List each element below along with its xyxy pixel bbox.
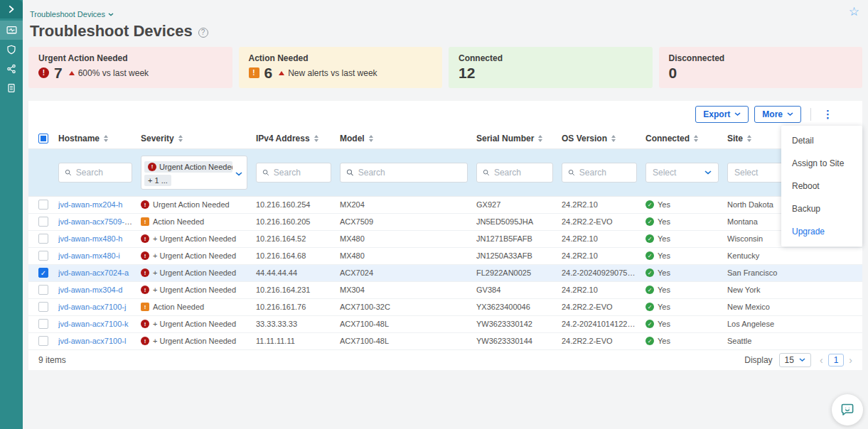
connected-check-icon: ✓ [645,286,654,294]
table-row[interactable]: jvd-awan-acx7100-j!Action Needed10.216.1… [28,299,862,316]
column-header-os-version[interactable]: OS Version [562,134,645,143]
next-page-button[interactable]: › [849,355,852,365]
status-card-value-row: 0 [669,65,853,80]
search-input[interactable] [579,168,631,178]
search-input[interactable] [274,168,325,178]
table-row[interactable]: jvd-awan-mx480-h!+ Urgent Action Needed1… [28,231,862,248]
sidebar-expand-button[interactable] [0,0,23,18]
kebab-menu-icon[interactable]: ⋮ [820,108,835,121]
table-row[interactable]: jvd-awan-mx204-h!Urgent Action Needed10.… [28,197,862,214]
row-checkbox[interactable] [38,251,48,261]
model-cell: ACX7509 [340,217,476,226]
sort-icon [694,135,698,142]
table-row[interactable]: jvd-awan-acx7100-k!+ Urgent Action Neede… [28,316,862,333]
search-input[interactable] [358,168,461,178]
menu-item-reboot[interactable]: Reboot [781,175,862,197]
row-checkbox[interactable] [38,336,48,346]
sort-up-arrow [369,135,373,138]
table-row[interactable]: jvd-awan-mx480-i!+ Urgent Action Needed1… [28,248,862,265]
menu-item-upgrade[interactable]: Upgrade [781,220,862,243]
connected-check-icon: ✓ [645,234,654,243]
menu-item-assign-to-site[interactable]: Assign to Site [781,152,862,175]
sort-down-arrow [314,139,318,142]
sort-up-arrow [314,135,318,138]
chat-feedback-button[interactable] [832,394,863,425]
status-card-connected[interactable]: Connected12 [449,47,653,88]
hostname-link[interactable]: jvd-awan-acx7509-d-re0 [58,217,141,226]
severity-cell: !+ Urgent Action Needed [141,268,256,277]
model-cell: ACX7100-32C [340,303,476,311]
table-row[interactable]: jvd-awan-acx7509-d-re0!Action Needed10.2… [28,214,862,231]
menu-item-backup[interactable]: Backup [781,197,862,220]
column-header-connected[interactable]: Connected [645,134,727,143]
row-checkbox[interactable] [38,200,48,210]
os-cell: 24.2R2.2-EVO [562,337,645,345]
status-cards: Urgent Action Needed!7600% vs last weekA… [28,47,862,88]
column-header-ipv4-address[interactable]: IPv4 Address [256,134,340,143]
status-card-action[interactable]: Action Needed!6New alerts vs last week [239,47,443,88]
search-filter [476,163,553,183]
select-filter[interactable]: Select [645,163,719,183]
column-header-severity[interactable]: Severity [141,134,256,143]
site-cell: New York [727,286,862,294]
more-button[interactable]: More [754,106,801,123]
chevron-down-icon [799,358,805,362]
severity-label: + Urgent Action Needed [153,268,236,277]
column-header-model[interactable]: Model [340,134,476,143]
sort-up-arrow [694,135,698,138]
row-checkbox[interactable] [38,319,48,329]
page-size-select[interactable]: 15 [779,353,811,367]
row-checkbox[interactable] [38,234,48,244]
column-header-hostname[interactable]: Hostname [58,134,141,143]
hostname-link[interactable]: jvd-awan-mx204-h [58,200,122,209]
hostname-link[interactable]: jvd-awan-acx7024-a [58,268,129,277]
search-input[interactable] [494,168,547,178]
hostname-link[interactable]: jvd-awan-acx7100-j [58,303,126,311]
prev-page-button[interactable]: ‹ [820,355,823,365]
status-card-label: Action Needed [249,53,433,63]
serial-cell: FL2922AN0025 [476,268,562,277]
sort-icon [314,135,318,142]
hostname-link[interactable]: jvd-awan-mx480-i [58,251,120,260]
table-row[interactable]: ✓jvd-awan-acx7024-a!+ Urgent Action Need… [28,265,862,282]
row-checkbox[interactable] [38,302,48,312]
sidebar-item-security[interactable] [0,40,23,59]
ipv4-cell: 11.11.11.11 [256,337,340,345]
sort-up-arrow [747,135,751,138]
table-row[interactable]: jvd-awan-acx7100-l!+ Urgent Action Neede… [28,333,862,350]
status-card-trend: New alerts vs last week [279,68,377,78]
shield-icon [6,44,17,55]
column-header-serial-number[interactable]: Serial Number [476,134,562,143]
hostname-link[interactable]: jvd-awan-acx7100-l [58,337,126,345]
export-button[interactable]: Export [695,106,749,123]
current-page[interactable]: 1 [828,354,845,366]
status-card-disconnected[interactable]: Disconnected0 [659,47,863,88]
row-checkbox[interactable]: ✓ [38,268,48,278]
row-checkbox[interactable] [38,285,48,295]
hostname-link[interactable]: jvd-awan-acx7100-k [58,320,128,328]
status-card-urgent[interactable]: Urgent Action Needed!7600% vs last week [28,47,232,88]
row-checkbox[interactable] [38,217,48,227]
hostname-cell: jvd-awan-mx480-h [58,234,141,243]
connected-cell: ✓Yes [645,217,727,226]
row-checkbox-cell: ✓ [28,268,58,278]
table-row[interactable]: jvd-awan-mx304-d!+ Urgent Action Needed1… [28,282,862,299]
severity-filter[interactable]: !Urgent Action Needed7 D...×+ 1 ... [141,156,247,190]
devices-table-card: Export More ⋮ HostnameSeverityIPv4 Addre… [28,101,862,370]
hostname-link[interactable]: jvd-awan-mx480-h [58,234,122,243]
connected-cell: ✓Yes [645,251,727,260]
model-cell: ACX7100-48L [340,320,476,328]
hostname-link[interactable]: jvd-awan-mx304-d [58,286,122,294]
search-input[interactable] [76,168,126,178]
column-header-label: Model [340,134,365,143]
breadcrumb[interactable]: Troubleshoot Devices [30,10,114,18]
sidebar-item-troubleshoot[interactable] [0,21,23,40]
help-icon[interactable]: ? [198,28,208,38]
menu-item-detail[interactable]: Detail [781,129,862,152]
sidebar-item-reports[interactable] [0,78,23,97]
favorite-star-icon[interactable]: ☆ [849,6,859,18]
select-all-checkbox[interactable] [38,134,48,143]
sidebar-item-topology[interactable] [0,59,23,78]
ipv4-cell: 10.216.160.254 [256,200,340,209]
hostname-cell: jvd-awan-acx7100-k [58,320,141,328]
